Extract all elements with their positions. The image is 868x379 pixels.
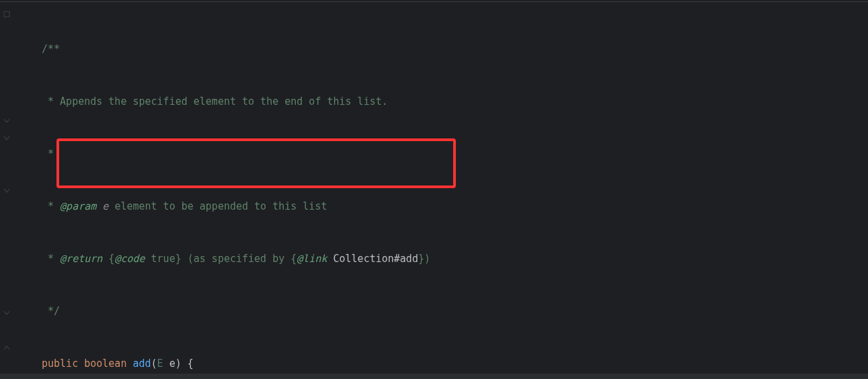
gutter[interactable] [0,5,13,379]
method-name: add [132,357,151,370]
code-line[interactable]: * [15,145,868,163]
code-line[interactable]: * @param e element to be appended to thi… [15,198,868,215]
code-line[interactable]: /** [15,40,868,58]
fold-icon[interactable] [2,343,11,352]
javadoc-tag: @return [60,253,102,265]
javadoc-tag: @param [60,200,96,212]
horizontal-scrollbar[interactable] [0,374,868,379]
fold-icon[interactable] [2,308,11,317]
code-line[interactable]: * @return {@code true} (as specified by … [15,250,868,267]
code-line[interactable]: */ [15,302,868,320]
fold-icon[interactable] [2,116,11,125]
fold-icon[interactable] [2,9,11,19]
javadoc-link[interactable]: Collection#add [333,253,418,265]
collapse-icon[interactable] [2,133,11,142]
code-area[interactable]: /** * Appends the specified element to t… [15,5,868,374]
code-line[interactable]: * Appends the specified element to the e… [15,93,868,110]
code-line[interactable]: public boolean add(E e) { [15,355,868,372]
editor-viewport: /** * Appends the specified element to t… [0,0,868,379]
top-border [0,1,868,2]
javadoc: /** [42,43,60,55]
fold-icon[interactable] [2,185,11,195]
